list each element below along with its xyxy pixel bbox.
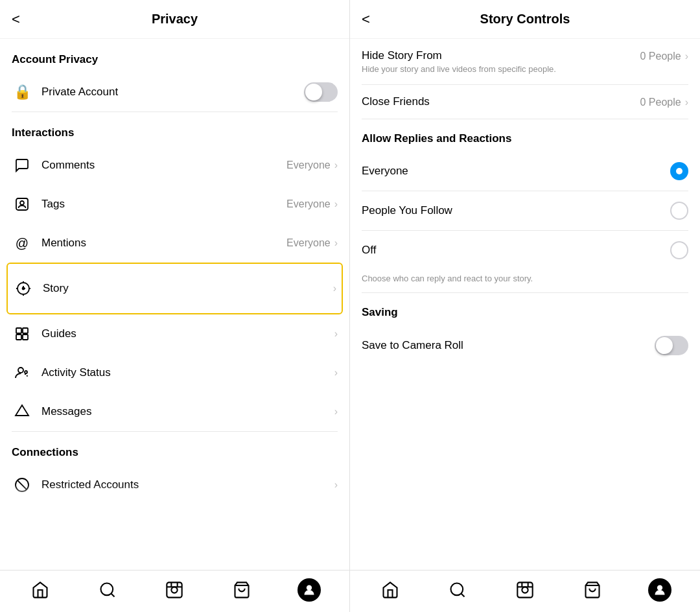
toggle-thumb — [305, 84, 322, 100]
left-header: < Privacy — [0, 0, 349, 39]
svg-rect-11 — [23, 328, 28, 333]
guides-chevron: › — [334, 328, 338, 340]
messages-icon — [12, 401, 32, 422]
activity-status-icon — [12, 362, 32, 383]
private-account-item[interactable]: 🔒 Private Account — [0, 73, 349, 112]
guides-item[interactable]: Guides › — [0, 314, 349, 353]
svg-rect-10 — [16, 328, 21, 333]
right-nav-profile[interactable] — [648, 578, 671, 602]
svg-rect-12 — [16, 335, 21, 340]
account-privacy-section-label: Account Privacy — [0, 39, 349, 73]
svg-line-20 — [111, 593, 114, 596]
hide-story-chevron: › — [685, 51, 688, 62]
comments-chevron: › — [334, 159, 338, 171]
left-nav-reels[interactable] — [163, 578, 186, 602]
close-friends-item[interactable]: Close Friends 0 People › — [350, 85, 700, 119]
svg-line-18 — [18, 480, 27, 489]
mentions-chevron: › — [334, 237, 338, 249]
comments-value: Everyone — [286, 159, 331, 171]
mentions-label: Mentions — [41, 237, 286, 250]
left-nav-shop[interactable] — [230, 578, 253, 602]
activity-status-label: Activity Status — [41, 366, 334, 379]
radio-off[interactable]: Off — [350, 231, 700, 270]
left-panel: < Privacy Account Privacy 🔒 Private Acco… — [0, 0, 350, 612]
tags-item[interactable]: Tags Everyone › — [0, 185, 349, 224]
close-friends-chevron: › — [685, 97, 688, 108]
right-back-button[interactable]: < — [362, 11, 370, 28]
radio-everyone-label: Everyone — [362, 165, 670, 178]
tags-icon — [12, 194, 32, 215]
close-friends-count: 0 People — [640, 97, 681, 108]
guides-label: Guides — [41, 327, 334, 340]
right-nav-shop[interactable] — [581, 578, 604, 602]
left-content: Account Privacy 🔒 Private Account Intera… — [0, 39, 349, 570]
svg-point-15 — [25, 371, 27, 373]
svg-point-19 — [100, 583, 113, 596]
right-panel: < Story Controls Hide Story From Hide yo… — [350, 0, 700, 612]
hide-story-count: 0 People — [640, 51, 681, 62]
mentions-icon: @ — [12, 233, 32, 253]
private-account-label: Private Account — [41, 86, 304, 99]
radio-people-you-follow[interactable]: People You Follow — [350, 191, 700, 230]
left-bottom-nav — [0, 570, 349, 612]
svg-line-29 — [461, 593, 464, 596]
mentions-item[interactable]: @ Mentions Everyone › — [0, 224, 349, 263]
lock-icon: 🔒 — [12, 82, 32, 102]
hide-story-label: Hide Story From — [362, 49, 640, 62]
saving-section-label: Saving — [350, 293, 700, 325]
svg-point-14 — [18, 368, 23, 373]
save-to-camera-roll-row[interactable]: Save to Camera Roll — [350, 325, 700, 366]
close-friends-right: 0 People › — [640, 97, 689, 108]
restricted-accounts-item[interactable]: Restricted Accounts › — [0, 465, 349, 504]
connections-section-label: Connections — [0, 432, 349, 465]
left-nav-search[interactable] — [96, 578, 119, 602]
svg-point-36 — [657, 585, 662, 591]
save-toggle-track — [655, 336, 688, 355]
svg-marker-16 — [16, 405, 29, 416]
left-nav-home[interactable] — [29, 578, 52, 602]
right-title: Story Controls — [480, 12, 570, 27]
svg-point-1 — [20, 201, 24, 205]
hide-story-label-wrap: Hide Story From Hide your story and live… — [362, 49, 640, 74]
hide-story-right: 0 People › — [640, 51, 689, 62]
right-header: < Story Controls — [350, 0, 700, 39]
restricted-chevron: › — [334, 479, 338, 491]
left-title: Privacy — [152, 12, 198, 27]
svg-rect-13 — [23, 335, 28, 340]
allow-replies-helper: Choose who can reply and react to your s… — [350, 270, 700, 292]
svg-point-22 — [172, 587, 178, 593]
svg-rect-30 — [517, 582, 532, 597]
activity-status-chevron: › — [334, 367, 338, 379]
private-account-toggle[interactable] — [304, 82, 338, 102]
svg-rect-0 — [16, 198, 28, 210]
left-back-button[interactable]: < — [12, 11, 20, 28]
right-bottom-nav — [350, 570, 700, 612]
svg-point-28 — [451, 583, 463, 596]
radio-people-follow-circle — [670, 202, 688, 220]
guides-icon — [12, 324, 32, 344]
story-chevron: › — [333, 283, 336, 294]
close-friends-label: Close Friends — [362, 95, 640, 108]
right-nav-home[interactable] — [379, 578, 402, 602]
radio-everyone[interactable]: Everyone — [350, 152, 700, 191]
tags-label: Tags — [41, 198, 286, 211]
right-nav-reels[interactable] — [513, 578, 537, 602]
messages-label: Messages — [41, 405, 334, 418]
restricted-icon — [12, 475, 32, 495]
svg-point-31 — [522, 587, 528, 593]
comments-item[interactable]: Comments Everyone › — [0, 146, 349, 185]
radio-off-circle — [670, 241, 688, 259]
save-to-camera-roll-toggle[interactable] — [655, 336, 688, 355]
save-to-camera-roll-label: Save to Camera Roll — [362, 339, 655, 352]
right-nav-search[interactable] — [446, 578, 469, 602]
toggle-track — [304, 82, 338, 102]
right-content: Hide Story From Hide your story and live… — [350, 39, 700, 570]
story-row[interactable]: Story › — [13, 270, 336, 307]
left-nav-profile[interactable] — [298, 578, 321, 602]
hide-story-item[interactable]: Hide Story From Hide your story and live… — [350, 39, 700, 84]
story-item[interactable]: Story › — [6, 263, 343, 314]
svg-rect-21 — [167, 582, 182, 597]
activity-status-item[interactable]: Activity Status › — [0, 353, 349, 392]
svg-point-27 — [307, 585, 312, 591]
messages-item[interactable]: Messages › — [0, 392, 349, 431]
